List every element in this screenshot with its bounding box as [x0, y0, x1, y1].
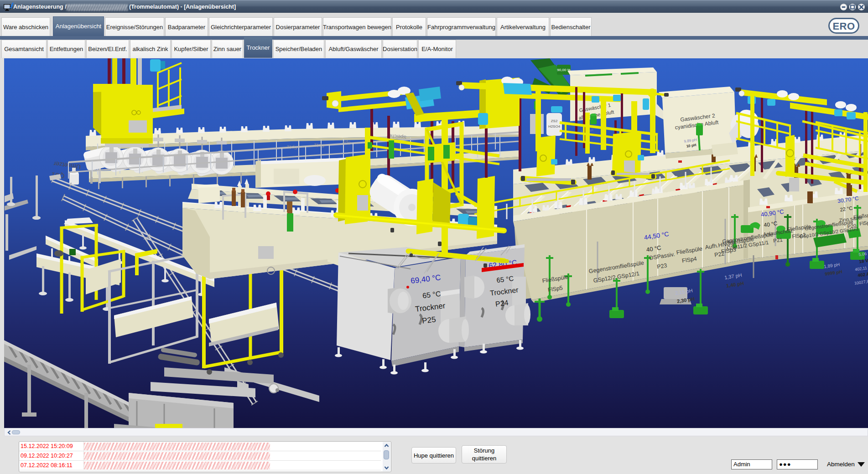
svg-text:P25: P25: [421, 315, 436, 325]
svg-text:ERO: ERO: [832, 21, 855, 32]
svg-text:ZS2: ZS2: [551, 119, 558, 123]
svg-text:H2SO4: H2SO4: [548, 124, 561, 129]
svg-text:P24: P24: [495, 299, 509, 308]
